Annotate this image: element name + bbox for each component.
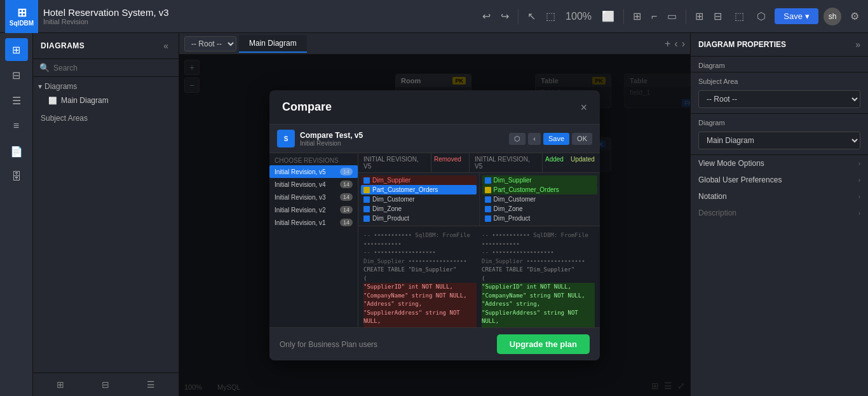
sql-diff-col-left: -- ••••••••••• SqlDBM: FromFile ••••••••… (363, 231, 477, 327)
align-button[interactable]: ⊟ (710, 8, 726, 25)
sql-added-4: "SupplierAddress" string NOT NULL, (482, 309, 595, 326)
sidebar-header: DIAGRAMS « (33, 33, 179, 59)
save-chevron: ▾ (805, 11, 810, 21)
user-avatar[interactable]: sh (824, 8, 841, 25)
sql-diff-col-right: -- ••••••••••• SqlDBM: FromFile ••••••••… (482, 231, 595, 327)
cursor-button[interactable]: ↖ (524, 8, 539, 25)
subject-area-select[interactable]: -- Root -- (698, 90, 860, 108)
sidebar-list-button[interactable]: ☰ (144, 378, 158, 391)
sql-create-left: CREATE TABLE "Dim_Supplier" (363, 266, 477, 275)
prop-diagram-label: Diagram (691, 57, 868, 72)
select-button[interactable]: ⬚ (542, 8, 559, 25)
notation-chevron: › (858, 193, 860, 200)
icon-bar-docs[interactable]: 📄 (5, 140, 28, 163)
tab-prev-button[interactable]: ‹ (674, 38, 677, 50)
tab-main-diagram[interactable]: Main Diagram (239, 35, 307, 53)
grid-button[interactable]: ⊞ (629, 8, 645, 25)
compare-toolbar-btn-3[interactable]: OK (572, 133, 592, 145)
zoom-100-button[interactable]: 100% (562, 8, 595, 25)
tab-next-button[interactable]: › (682, 38, 685, 50)
root-dropdown[interactable]: -- Root -- (184, 36, 236, 51)
share-button[interactable]: ⬡ (753, 8, 770, 25)
revision-item-3[interactable]: Initial Revision, v2 14 (269, 203, 358, 216)
sql-comment-right-2: -- •••••••••••••••••• Dim_Supplier •••••… (482, 249, 595, 266)
redo-button[interactable]: ↪ (497, 8, 513, 25)
compare-item-left-1[interactable]: Part_Customer_Orders (361, 185, 477, 195)
icon-bar-diagrams[interactable]: ⊞ (5, 38, 28, 61)
compare-app-title: Compare Test, v5 (300, 131, 504, 140)
subject-areas-label: Subject Areas (41, 114, 88, 123)
app-title: Hotel Reservation System, v3 (43, 7, 473, 18)
compare-toolbar-btn-1[interactable]: ⬡ (509, 133, 526, 145)
tree-header-diagrams[interactable]: ▾ Diagrams (33, 79, 179, 93)
compare-save-button[interactable]: Save (543, 133, 569, 145)
ruler-button[interactable]: ⊞ (691, 8, 707, 25)
revision-v5-header: INITIAL REVISION, V5 (358, 153, 431, 172)
compare-app-icon: S (277, 130, 295, 147)
prop-row-view-mode[interactable]: View Mode Options › (691, 155, 868, 172)
right-panel-header: DIAGRAM PROPERTIES » (691, 33, 868, 57)
prop-row-global-prefs[interactable]: Global User Preferences › (691, 172, 868, 188)
compare-item-right-1[interactable]: Part_Customer_Orders (482, 185, 598, 195)
right-panel-expand-button[interactable]: » (855, 39, 860, 50)
upgrade-plan-button[interactable]: Upgrade the plan (497, 334, 590, 354)
search-input[interactable] (53, 64, 172, 72)
sidebar-collapse-button[interactable]: « (161, 39, 171, 52)
compare-tables: Dim_Supplier Part_Customer_Orders (358, 173, 600, 226)
connect-button[interactable]: ⌐ (648, 8, 661, 25)
updated-header: Updated (568, 153, 600, 172)
modal-title: Compare (282, 100, 332, 114)
compare-title-area: Compare Test, v5 Initial Revision (300, 131, 504, 147)
revision-item-0[interactable]: Initial Revision, v5 14 (269, 165, 358, 178)
toolbar-sep-3 (686, 9, 686, 24)
compare-item-right-3[interactable]: Dim_Zone (482, 204, 598, 214)
modal-close-button[interactable]: × (580, 102, 587, 113)
save-button[interactable]: Save ▾ (775, 8, 818, 24)
compare-item-right-4[interactable]: Dim_Product (482, 214, 598, 223)
compare-item-left-0[interactable]: Dim_Supplier (361, 175, 477, 185)
icon-bar-db[interactable]: 🗄 (5, 165, 28, 188)
sidebar-item-subject-areas[interactable]: Subject Areas (33, 110, 179, 126)
compare-item-left-2[interactable]: Dim_Customer (361, 195, 477, 204)
sidebar-add-button[interactable]: ⊞ (54, 378, 67, 391)
compare-item-right-0[interactable]: Dim_Supplier (482, 175, 598, 185)
icon-bar-scripts[interactable]: ≡ (5, 114, 28, 137)
prop-row-notation[interactable]: Notation › (691, 188, 868, 205)
fullscreen-button[interactable]: ⬚ (731, 8, 748, 25)
diagram-select[interactable]: Main Diagram (698, 132, 860, 149)
compare-diff-panel: INITIAL REVISION, V5 Removed INITIAL REV… (358, 153, 600, 327)
diagram-canvas[interactable]: + − Room PK room_ categ rate_ statu rese… (179, 55, 690, 396)
sql-open-right: ( (482, 275, 595, 283)
prop-section-diagram: Diagram (691, 57, 868, 72)
undo-button[interactable]: ↩ (478, 8, 494, 25)
compare-item-left-3[interactable]: Dim_Zone (361, 204, 477, 214)
title-area: Hotel Reservation System, v3 Initial Rev… (43, 7, 473, 25)
sidebar-grid-button[interactable]: ⊟ (99, 378, 112, 391)
icon-bar-tables[interactable]: ⊟ (5, 64, 28, 86)
settings-button[interactable]: ⚙ (846, 8, 863, 25)
compare-col-right: Dim_Supplier Part_Customer_Orders (480, 173, 600, 226)
description-chevron: › (858, 210, 860, 217)
app-logo: ⊞ SqlDBM (5, 0, 38, 33)
fit-button[interactable]: ⬜ (598, 8, 618, 25)
prop-row-description[interactable]: Description › (691, 205, 868, 221)
diagram-icon: ⬜ (48, 97, 57, 105)
note-button[interactable]: ▭ (663, 8, 681, 25)
compare-item-right-2[interactable]: Dim_Customer (482, 195, 598, 204)
icon-bar-columns[interactable]: ☰ (5, 89, 28, 112)
description-label: Description (698, 208, 736, 217)
sidebar: DIAGRAMS « 🔍 ▾ Diagrams ⬜ Main Diagram S… (33, 33, 179, 396)
tab-label: Main Diagram (249, 39, 297, 48)
compare-item-left-4[interactable]: Dim_Product (361, 214, 477, 223)
sidebar-item-main-diagram[interactable]: ⬜ Main Diagram (33, 93, 179, 107)
revision-item-4[interactable]: Initial Revision, v1 14 (269, 216, 358, 229)
revision-item-1[interactable]: Initial Revision, v4 14 (269, 178, 358, 191)
tab-add-button[interactable]: + (665, 38, 670, 50)
table-icon (363, 177, 370, 184)
icon-bar: ⊞ ⊟ ☰ ≡ 📄 🗄 (0, 33, 33, 396)
modal-footer-text: Only for Business Plan users (280, 340, 377, 349)
table-icon (363, 187, 370, 193)
compare-toolbar-btn-2[interactable]: ‹ (528, 133, 541, 145)
revision-item-2[interactable]: Initial Revision, v3 14 (269, 191, 358, 203)
right-panel: DIAGRAM PROPERTIES » Diagram Subject Are… (690, 33, 868, 396)
